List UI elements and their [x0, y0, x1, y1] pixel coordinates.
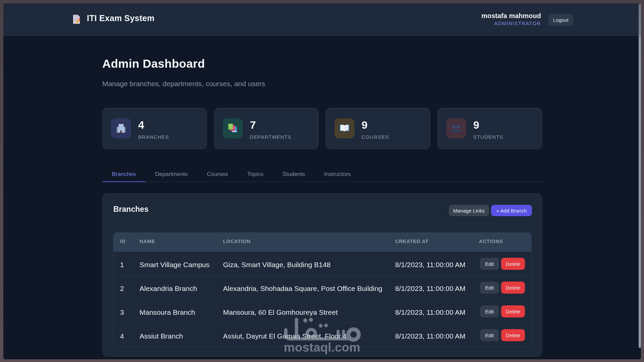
svg-text:mostaql.com: mostaql.com — [284, 341, 360, 354]
